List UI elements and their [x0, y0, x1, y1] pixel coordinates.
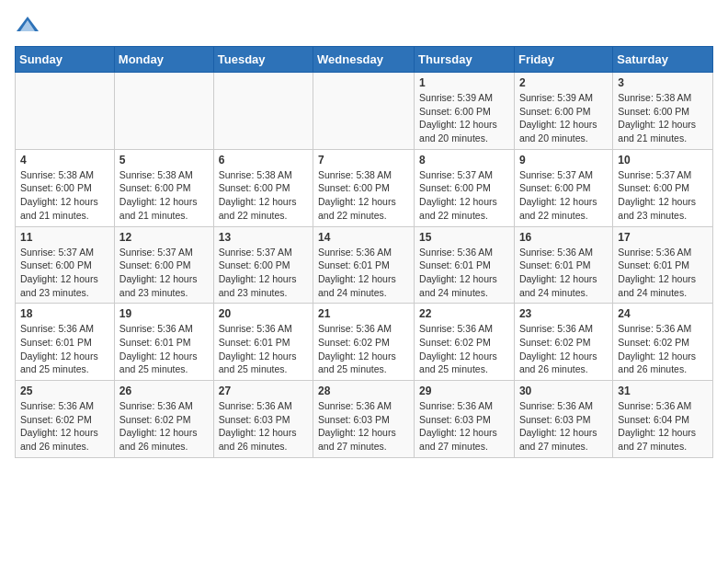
- day-info: Sunrise: 5:36 AM Sunset: 6:01 PM Dayligh…: [519, 246, 608, 300]
- day-info: Sunrise: 5:36 AM Sunset: 6:01 PM Dayligh…: [119, 322, 209, 376]
- calendar-day-cell: 14Sunrise: 5:36 AM Sunset: 6:01 PM Dayli…: [313, 226, 415, 304]
- day-info: Sunrise: 5:37 AM Sunset: 6:00 PM Dayligh…: [419, 168, 509, 223]
- calendar-day-cell: 28Sunrise: 5:36 AM Sunset: 6:03 PM Dayli…: [313, 381, 415, 458]
- calendar-day-cell: 7Sunrise: 5:38 AM Sunset: 6:00 PM Daylig…: [313, 149, 415, 226]
- day-number: 1: [419, 76, 509, 89]
- day-number: 8: [419, 154, 509, 167]
- calendar-day-cell: 29Sunrise: 5:36 AM Sunset: 6:03 PM Dayli…: [415, 381, 515, 458]
- day-number: 13: [219, 231, 308, 244]
- day-number: 26: [119, 385, 209, 397]
- day-number: 27: [219, 385, 308, 397]
- day-number: 21: [318, 307, 409, 320]
- calendar-week-row: 25Sunrise: 5:36 AM Sunset: 6:02 PM Dayli…: [16, 381, 713, 458]
- calendar-day-cell: 13Sunrise: 5:37 AM Sunset: 6:00 PM Dayli…: [213, 226, 313, 304]
- day-number: 22: [419, 307, 509, 320]
- calendar-day-cell: 25Sunrise: 5:36 AM Sunset: 6:02 PM Dayli…: [16, 381, 115, 458]
- calendar-week-row: 18Sunrise: 5:36 AM Sunset: 6:01 PM Dayli…: [16, 304, 713, 381]
- weekday-header-row: SundayMondayTuesdayWednesdayThursdayFrid…: [16, 47, 713, 73]
- calendar-day-cell: 24Sunrise: 5:36 AM Sunset: 6:02 PM Dayli…: [613, 304, 713, 381]
- day-number: 4: [20, 154, 109, 167]
- day-info: Sunrise: 5:36 AM Sunset: 6:03 PM Dayligh…: [519, 399, 608, 454]
- calendar-day-cell: [313, 73, 415, 150]
- calendar-day-cell: 11Sunrise: 5:37 AM Sunset: 6:00 PM Dayli…: [16, 226, 115, 304]
- weekday-header-saturday: Saturday: [613, 47, 713, 73]
- calendar-day-cell: 22Sunrise: 5:36 AM Sunset: 6:02 PM Dayli…: [415, 304, 515, 381]
- day-number: 10: [618, 154, 708, 167]
- logo: [15, 15, 44, 35]
- logo-icon: [15, 15, 40, 35]
- day-number: 24: [618, 307, 708, 320]
- day-info: Sunrise: 5:38 AM Sunset: 6:00 PM Dayligh…: [119, 168, 209, 223]
- calendar-day-cell: 20Sunrise: 5:36 AM Sunset: 6:01 PM Dayli…: [213, 304, 313, 381]
- calendar-body: 1Sunrise: 5:39 AM Sunset: 6:00 PM Daylig…: [16, 73, 713, 458]
- day-info: Sunrise: 5:36 AM Sunset: 6:02 PM Dayligh…: [618, 322, 708, 376]
- day-info: Sunrise: 5:36 AM Sunset: 6:03 PM Dayligh…: [318, 399, 409, 454]
- day-number: 2: [519, 76, 608, 89]
- day-info: Sunrise: 5:38 AM Sunset: 6:00 PM Dayligh…: [20, 168, 109, 223]
- day-info: Sunrise: 5:36 AM Sunset: 6:02 PM Dayligh…: [20, 399, 109, 454]
- calendar-day-cell: 5Sunrise: 5:38 AM Sunset: 6:00 PM Daylig…: [114, 149, 213, 226]
- day-number: 3: [618, 76, 708, 89]
- day-info: Sunrise: 5:36 AM Sunset: 6:01 PM Dayligh…: [618, 246, 708, 300]
- calendar-day-cell: [114, 73, 213, 150]
- calendar-day-cell: 26Sunrise: 5:36 AM Sunset: 6:02 PM Dayli…: [114, 381, 213, 458]
- day-info: Sunrise: 5:39 AM Sunset: 6:00 PM Dayligh…: [519, 91, 608, 145]
- calendar-day-cell: 12Sunrise: 5:37 AM Sunset: 6:00 PM Dayli…: [114, 226, 213, 304]
- day-info: Sunrise: 5:36 AM Sunset: 6:04 PM Dayligh…: [618, 399, 708, 454]
- calendar-day-cell: 31Sunrise: 5:36 AM Sunset: 6:04 PM Dayli…: [613, 381, 713, 458]
- day-info: Sunrise: 5:39 AM Sunset: 6:00 PM Dayligh…: [419, 91, 509, 145]
- day-number: 31: [618, 385, 708, 397]
- day-number: 7: [318, 154, 409, 167]
- day-info: Sunrise: 5:36 AM Sunset: 6:02 PM Dayligh…: [119, 399, 209, 454]
- day-number: 14: [318, 231, 409, 244]
- day-info: Sunrise: 5:36 AM Sunset: 6:01 PM Dayligh…: [20, 322, 109, 376]
- day-number: 6: [219, 154, 308, 167]
- day-info: Sunrise: 5:38 AM Sunset: 6:00 PM Dayligh…: [618, 91, 708, 145]
- day-info: Sunrise: 5:36 AM Sunset: 6:03 PM Dayligh…: [419, 399, 509, 454]
- day-number: 19: [119, 307, 209, 320]
- page-header: [15, 15, 713, 35]
- day-number: 25: [20, 385, 109, 397]
- day-info: Sunrise: 5:37 AM Sunset: 6:00 PM Dayligh…: [519, 168, 608, 223]
- day-info: Sunrise: 5:37 AM Sunset: 6:00 PM Dayligh…: [219, 246, 308, 300]
- day-info: Sunrise: 5:37 AM Sunset: 6:00 PM Dayligh…: [119, 246, 209, 300]
- day-info: Sunrise: 5:36 AM Sunset: 6:02 PM Dayligh…: [419, 322, 509, 376]
- calendar-day-cell: 17Sunrise: 5:36 AM Sunset: 6:01 PM Dayli…: [613, 226, 713, 304]
- day-number: 18: [20, 307, 109, 320]
- calendar-day-cell: 2Sunrise: 5:39 AM Sunset: 6:00 PM Daylig…: [514, 73, 612, 150]
- day-number: 12: [119, 231, 209, 244]
- day-info: Sunrise: 5:36 AM Sunset: 6:03 PM Dayligh…: [219, 399, 308, 454]
- calendar-day-cell: 9Sunrise: 5:37 AM Sunset: 6:00 PM Daylig…: [514, 149, 612, 226]
- day-number: 17: [618, 231, 708, 244]
- day-number: 28: [318, 385, 409, 397]
- day-info: Sunrise: 5:37 AM Sunset: 6:00 PM Dayligh…: [618, 168, 708, 223]
- calendar-day-cell: 16Sunrise: 5:36 AM Sunset: 6:01 PM Dayli…: [514, 226, 612, 304]
- calendar-day-cell: 18Sunrise: 5:36 AM Sunset: 6:01 PM Dayli…: [16, 304, 115, 381]
- calendar-day-cell: 4Sunrise: 5:38 AM Sunset: 6:00 PM Daylig…: [16, 149, 115, 226]
- calendar-day-cell: 3Sunrise: 5:38 AM Sunset: 6:00 PM Daylig…: [613, 73, 713, 150]
- calendar-day-cell: 21Sunrise: 5:36 AM Sunset: 6:02 PM Dayli…: [313, 304, 415, 381]
- day-number: 11: [20, 231, 109, 244]
- calendar-day-cell: 19Sunrise: 5:36 AM Sunset: 6:01 PM Dayli…: [114, 304, 213, 381]
- calendar-day-cell: 27Sunrise: 5:36 AM Sunset: 6:03 PM Dayli…: [213, 381, 313, 458]
- day-number: 15: [419, 231, 509, 244]
- weekday-header-friday: Friday: [514, 47, 612, 73]
- calendar-table: SundayMondayTuesdayWednesdayThursdayFrid…: [15, 46, 713, 458]
- weekday-header-sunday: Sunday: [16, 47, 115, 73]
- calendar-day-cell: [16, 73, 115, 150]
- calendar-day-cell: 1Sunrise: 5:39 AM Sunset: 6:00 PM Daylig…: [415, 73, 515, 150]
- weekday-header-tuesday: Tuesday: [213, 47, 313, 73]
- day-number: 30: [519, 385, 608, 397]
- day-info: Sunrise: 5:36 AM Sunset: 6:02 PM Dayligh…: [519, 322, 608, 376]
- calendar-day-cell: 6Sunrise: 5:38 AM Sunset: 6:00 PM Daylig…: [213, 149, 313, 226]
- calendar-day-cell: 8Sunrise: 5:37 AM Sunset: 6:00 PM Daylig…: [415, 149, 515, 226]
- calendar-week-row: 4Sunrise: 5:38 AM Sunset: 6:00 PM Daylig…: [16, 149, 713, 226]
- day-info: Sunrise: 5:38 AM Sunset: 6:00 PM Dayligh…: [219, 168, 308, 223]
- day-number: 29: [419, 385, 509, 397]
- calendar-day-cell: [213, 73, 313, 150]
- calendar-week-row: 1Sunrise: 5:39 AM Sunset: 6:00 PM Daylig…: [16, 73, 713, 150]
- day-info: Sunrise: 5:38 AM Sunset: 6:00 PM Dayligh…: [318, 168, 409, 223]
- calendar-day-cell: 10Sunrise: 5:37 AM Sunset: 6:00 PM Dayli…: [613, 149, 713, 226]
- calendar-day-cell: 30Sunrise: 5:36 AM Sunset: 6:03 PM Dayli…: [514, 381, 612, 458]
- calendar-day-cell: 23Sunrise: 5:36 AM Sunset: 6:02 PM Dayli…: [514, 304, 612, 381]
